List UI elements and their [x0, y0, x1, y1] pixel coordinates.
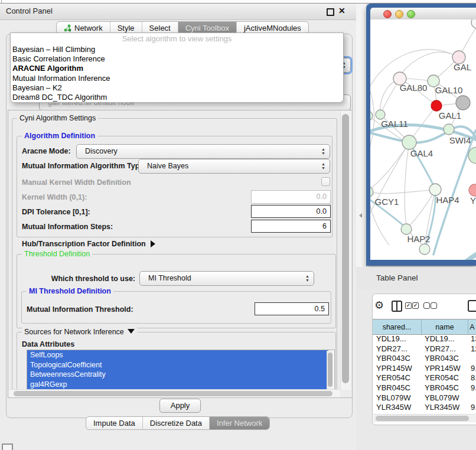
deselect-checkboxes-icon2[interactable]	[431, 302, 437, 309]
network-node-label: Y	[470, 195, 476, 206]
network-node-label: HAP4	[436, 195, 459, 205]
split-columns-icon[interactable]	[392, 301, 402, 312]
table-cell: YBR045C	[373, 383, 421, 393]
algorithm-option[interactable]: Dream8 DC_TDC Algorithm	[11, 93, 343, 102]
network-view-window[interactable]: GALGAL80GAL10GAL1GAL11SWI4GAL4GCY1HAP4YH…	[366, 4, 476, 266]
algorithm-definition-title: Algorithm Definition	[22, 132, 97, 140]
network-node-hap4[interactable]	[429, 184, 441, 195]
attributes-list-scrollbar[interactable]	[327, 351, 334, 391]
hub-definition-toggle[interactable]: Hub/Transcription Factor Definition	[22, 240, 155, 248]
tab-infer-network[interactable]: Infer Network	[210, 417, 269, 429]
sources-title-row[interactable]: Sources for Network Inference	[22, 328, 137, 336]
network-node-gal4[interactable]	[402, 135, 416, 149]
mi-steps-label: Mutual Information Steps:	[22, 223, 113, 231]
algorithm-option[interactable]: ARACNE Algorithm	[11, 64, 343, 73]
table-row[interactable]: YIL052CYIL052C9	[373, 413, 476, 413]
settings-horizontal-scrollbar[interactable]	[9, 389, 340, 397]
kernel-width-label: Kernel Width (0,1):	[22, 193, 87, 201]
table-row[interactable]: YPR145WYPR145W9.	[373, 364, 476, 374]
table-cell: YDR27...	[421, 344, 467, 354]
network-node-label: GAL1	[439, 110, 461, 120]
settings-scroll-viewport: Cyni Algorithm Settings Algorithm Defini…	[8, 110, 353, 398]
table-row[interactable]: YBR043CYBR043C	[373, 354, 476, 364]
aracne-mode-combobox[interactable]: Discovery ▲▼	[76, 144, 330, 159]
network-canvas[interactable]: GALGAL80GAL10GAL1GAL11SWI4GAL4GCY1HAP4YH…	[370, 19, 476, 260]
select-all-checkboxes-icon2[interactable]: ✓	[412, 302, 419, 309]
network-node-hap2[interactable]	[401, 224, 412, 234]
column-header-name[interactable]: name	[422, 319, 468, 334]
table-row[interactable]: YDL19...YDL19...13	[373, 334, 476, 344]
minimize-traffic-light-icon[interactable]	[395, 10, 403, 18]
splitpane-collapse-icon[interactable]	[359, 213, 362, 218]
data-attributes-list[interactable]: SelfLoopsTopologicalCoefficientBetweenne…	[27, 350, 335, 392]
network-node-label: GAL10	[435, 85, 463, 95]
mi-type-combobox[interactable]: Naive Bayes ▲▼	[138, 159, 330, 174]
tab-impute-data[interactable]: Impute Data	[86, 417, 143, 429]
float-window-icon[interactable]	[327, 8, 334, 16]
attribute-list-item[interactable]: BetweennessCentrality	[27, 370, 328, 380]
which-threshold-combobox[interactable]: MI Threshold ▲▼	[139, 271, 314, 286]
mi-threshold-field[interactable]: 0.5	[255, 302, 329, 315]
network-node-gal1[interactable]	[431, 100, 442, 111]
table-row[interactable]: YER054CYER054C8.	[373, 373, 476, 383]
attribute-list-item[interactable]: SelfLoops	[27, 350, 328, 360]
kernel-width-field[interactable]: 0.0	[251, 190, 331, 204]
network-node-gal11[interactable]	[376, 110, 385, 119]
aracne-mode-value: Discovery	[77, 145, 330, 158]
manual-kernel-checkbox[interactable]	[321, 177, 330, 186]
attribute-list-item[interactable]: gal4RGexp	[27, 380, 328, 390]
mi-threshold-definition-title: MI Threshold Definition	[27, 287, 113, 295]
table-row[interactable]: YBR045CYBR045C9.	[373, 383, 476, 393]
scrollbar-thumb[interactable]	[376, 416, 469, 421]
network-node-swi4[interactable]	[444, 124, 454, 135]
algorithm-option[interactable]: Basic Correlation Inference	[11, 54, 343, 64]
dpi-tolerance-label: DPI Tolerance [0,1]:	[22, 208, 90, 216]
algorithm-option[interactable]: Mutual Information Inference	[11, 74, 343, 83]
table-row[interactable]: YDR27...YDR27...12	[373, 344, 476, 354]
scrollbar-thumb[interactable]	[14, 391, 332, 396]
table-body: YDL19...YDL19...13YDR27...YDR27...12YBR0…	[373, 334, 476, 413]
scrollbar-thumb[interactable]	[342, 114, 349, 383]
table-row[interactable]: YBL079WYBL079W	[373, 393, 476, 403]
network-node-y[interactable]	[469, 184, 476, 196]
network-node-label: SWI4	[449, 135, 471, 145]
algorithm-prompt: Select algorithm to view settings	[11, 33, 343, 45]
scrollbar-thumb[interactable]	[328, 353, 332, 387]
network-node[interactable]	[419, 244, 430, 255]
zoom-traffic-light-icon[interactable]	[407, 10, 415, 18]
network-node-label: GCY1	[375, 197, 399, 207]
table-cell: YPR145W	[373, 364, 421, 374]
apply-button[interactable]: Apply	[159, 399, 201, 413]
aracne-mode-label: Aracne Mode:	[22, 147, 71, 155]
column-header-shared-name[interactable]: shared...	[373, 319, 422, 334]
network-node[interactable]	[456, 96, 470, 110]
attribute-list-item[interactable]: TopologicalCoefficient	[27, 360, 328, 370]
mi-steps-field[interactable]: 6	[251, 220, 331, 233]
dpi-tolerance-field[interactable]: 0.0	[251, 205, 331, 218]
table-cell: 9.	[467, 383, 476, 393]
control-panel-title: Control Panel	[6, 6, 53, 15]
table-mode-icon[interactable]	[468, 300, 476, 312]
floating-panel-icon[interactable]	[2, 444, 13, 450]
algorithm-option[interactable]: Bayesian – K2	[11, 83, 343, 93]
network-window-titlebar[interactable]	[370, 8, 476, 19]
table-cell: YBR043C	[373, 354, 421, 364]
column-header-partial[interactable]: A	[468, 319, 476, 334]
combo-stepper-icon: ▲▼	[303, 273, 312, 283]
table-horizontal-scrollbar[interactable]	[373, 414, 476, 422]
algorithm-option[interactable]: Bayesian – Hill Climbing	[11, 45, 343, 54]
which-threshold-value: MI Threshold	[140, 272, 314, 285]
table-panel-title: Table Panel	[376, 273, 418, 282]
deselect-checkboxes-icon[interactable]	[423, 302, 430, 309]
network-node-gcy1[interactable]	[370, 187, 373, 197]
network-node[interactable]	[471, 19, 476, 28]
tab-discretize-data[interactable]: Discretize Data	[143, 417, 210, 429]
table-cell: YIL052C	[373, 413, 421, 413]
table-row[interactable]: YLR345WYLR345W9.	[373, 403, 476, 413]
settings-vertical-scrollbar[interactable]	[340, 111, 351, 390]
gear-icon[interactable]: ⚙	[374, 299, 384, 312]
application-screen: Control Panel ✕ Network Style Select Cyn…	[0, 0, 476, 450]
select-all-checkboxes-icon[interactable]: ✓	[405, 302, 412, 309]
close-traffic-light-icon[interactable]	[383, 10, 392, 18]
close-icon[interactable]: ✕	[338, 6, 345, 15]
